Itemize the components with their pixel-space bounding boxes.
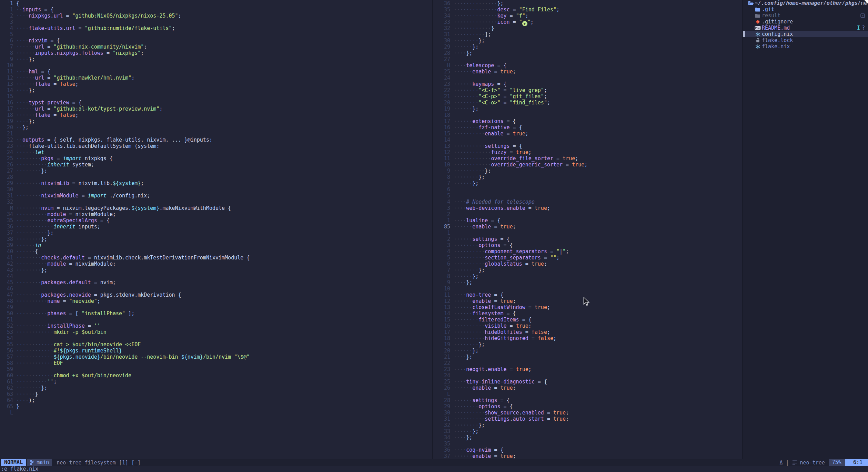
code-line[interactable]: 28····}; bbox=[433, 50, 742, 56]
code-line[interactable]: 50··········phases = [ "installPhase" ]; bbox=[0, 310, 432, 317]
code-line[interactable]: 1····lualine = { bbox=[433, 217, 742, 224]
code-line[interactable]: 37··········}; bbox=[0, 230, 432, 236]
code-line[interactable]: 49 bbox=[0, 304, 432, 310]
code-line[interactable]: 30··········show_source.enabled = true; bbox=[433, 410, 742, 416]
code-line[interactable]: 35··············desc = "Find Files"; bbox=[433, 7, 742, 13]
code-line[interactable]: 42··········module = nixvimModule; bbox=[0, 261, 432, 267]
code-line[interactable]: 30········}; bbox=[433, 38, 742, 44]
code-line[interactable]: 18······flake = false; bbox=[0, 112, 432, 118]
code-line[interactable]: 29······}; bbox=[433, 44, 742, 50]
code-line[interactable]: 22 bbox=[433, 360, 742, 366]
code-line[interactable]: 4····flake-utils.url = "github:numtide/f… bbox=[0, 25, 432, 31]
code-line[interactable]: 8········}; bbox=[433, 174, 742, 180]
code-line[interactable]: 44 bbox=[0, 273, 432, 279]
code-line[interactable]: 10 bbox=[433, 286, 742, 292]
code-line[interactable]: 40······{ bbox=[0, 248, 432, 255]
editor-pane-left[interactable]: 1{1··inputs = {2····nixpkgs.url = "githu… bbox=[0, 0, 432, 416]
code-line[interactable]: 11····hml = { bbox=[0, 69, 432, 75]
code-line[interactable]: 38········}; bbox=[0, 236, 432, 242]
code-line[interactable]: 34··············key = "f"; bbox=[433, 13, 742, 19]
code-line[interactable]: 32············} bbox=[433, 25, 742, 31]
code-line[interactable]: M········nvim = nixvim.legacyPackages.${… bbox=[0, 205, 432, 211]
code-line[interactable]: 10············override_generic_sorter = … bbox=[433, 162, 742, 168]
code-line[interactable]: 39······in bbox=[0, 242, 432, 248]
code-line[interactable]: 1··inputs = { bbox=[0, 7, 432, 13]
code-line[interactable]: 10 bbox=[0, 62, 432, 69]
code-line[interactable]: 2 bbox=[433, 211, 742, 217]
code-line[interactable]: 14 bbox=[433, 137, 742, 143]
code-line[interactable]: 5··········section_separators = ""; bbox=[433, 255, 742, 261]
tree-item-git[interactable]: .git bbox=[743, 6, 868, 12]
code-line[interactable]: 20········"<C-o>" = "find_files"; bbox=[433, 100, 742, 106]
code-line[interactable]: 25······enable = true; bbox=[433, 69, 742, 75]
code-line[interactable]: 25········pkgs = import nixpkgs { bbox=[0, 155, 432, 162]
code-line[interactable]: 15········filteredItems = { bbox=[433, 317, 742, 323]
git-branch-segment[interactable]: main bbox=[27, 459, 52, 466]
code-line[interactable]: 29········nixvimLib = nixvim.lib.${syste… bbox=[0, 180, 432, 186]
tree-item-readme-md[interactable]: README.mdI? bbox=[743, 25, 868, 31]
code-line[interactable]: 12······url = "github:mawkler/hml.nvim"; bbox=[0, 75, 432, 81]
code-line[interactable]: 51 bbox=[0, 317, 432, 323]
tree-item-result[interactable]: result bbox=[743, 12, 868, 19]
code-line[interactable]: 29········options = { bbox=[433, 403, 742, 410]
code-line[interactable]: 24 bbox=[433, 372, 742, 379]
code-line[interactable]: 62········}; bbox=[0, 385, 432, 391]
code-line[interactable]: 3 bbox=[0, 19, 432, 25]
code-line[interactable]: 21········"<C-p>" = "git_files"; bbox=[433, 93, 742, 100]
code-line[interactable]: 21····}; bbox=[433, 354, 742, 360]
code-line[interactable]: 20··}; bbox=[0, 124, 432, 131]
code-line[interactable]: 19····}; bbox=[0, 118, 432, 124]
code-line[interactable]: 17······extensions = { bbox=[433, 118, 742, 124]
code-line[interactable]: 57············${pkgs.neovide}/bin/neovid… bbox=[0, 354, 432, 360]
code-line[interactable]: 17··········hideDotfiles = false; bbox=[433, 329, 742, 335]
code-line[interactable]: 56············#!${pkgs.runtimeShell} bbox=[0, 348, 432, 354]
code-line[interactable]: 2····nixpkgs.url = "github:NixOS/nixpkgs… bbox=[0, 13, 432, 19]
code-line[interactable]: 64····); bbox=[0, 397, 432, 403]
code-line[interactable]: 31········nixvimModule = import ./config… bbox=[0, 193, 432, 199]
code-line[interactable]: 6 bbox=[433, 186, 742, 193]
code-line[interactable]: 16··········visible = true; bbox=[433, 323, 742, 329]
tree-item-flake-lock[interactable]: flake.lock bbox=[743, 37, 868, 43]
code-line[interactable]: 2······settings = { bbox=[433, 236, 742, 242]
code-line[interactable]: H····telescope = { bbox=[433, 62, 742, 69]
code-line[interactable]: 1{ bbox=[0, 0, 432, 7]
code-line[interactable]: 6····nixvim = { bbox=[0, 38, 432, 44]
editor-pane-right[interactable]: 36··············};35··············desc =… bbox=[433, 0, 742, 459]
code-line[interactable]: 13······flake = false; bbox=[0, 81, 432, 87]
code-line[interactable]: 46 bbox=[0, 286, 432, 292]
code-line[interactable]: 55············cat > $out/bin/neovide <<E… bbox=[0, 341, 432, 348]
code-line[interactable]: 17······url = "github:al-kot/typst-previ… bbox=[0, 106, 432, 112]
code-line[interactable]: 7······}; bbox=[433, 180, 742, 186]
code-line[interactable]: 36············inherit inputs; bbox=[0, 224, 432, 230]
code-line[interactable]: 19······}; bbox=[433, 106, 742, 112]
code-line[interactable]: 35 bbox=[433, 441, 742, 447]
code-line[interactable]: 11············override_file_sorter = tru… bbox=[433, 155, 742, 162]
code-line[interactable]: 16····typst-preview = { bbox=[0, 100, 432, 106]
code-line[interactable]: 45········packages.default = nvim; bbox=[0, 279, 432, 286]
tree-root[interactable]: ~/.config/home-manager/other/pkgs/ne bbox=[743, 0, 868, 6]
code-line[interactable]: 53············mkdir -p $out/bin bbox=[0, 329, 432, 335]
code-line[interactable]: 7········}; bbox=[433, 267, 742, 273]
code-line[interactable]: 43········}; bbox=[0, 267, 432, 273]
code-line[interactable]: 6··········globalstatus = true; bbox=[433, 261, 742, 267]
code-line[interactable]: 14····}; bbox=[0, 87, 432, 93]
code-line[interactable]: 4····# Needed for telescope bbox=[433, 199, 742, 205]
tree-item-gitignore[interactable]: .gitignore bbox=[743, 19, 868, 25]
code-line[interactable]: 18··········hideGitignored = false; bbox=[433, 335, 742, 341]
code-line[interactable]: 3········options = { bbox=[433, 242, 742, 248]
neo-tree-panel[interactable]: ~/.config/home-manager/other/pkgs/ne.git… bbox=[743, 0, 868, 459]
code-line[interactable]: 22··outputs = { self, nixpkgs, flake-uti… bbox=[0, 137, 432, 143]
code-line[interactable]: 30 bbox=[0, 186, 432, 193]
code-line[interactable]: 41········checks.default = nixvimLib.che… bbox=[0, 255, 432, 261]
code-line[interactable]: 9····}; bbox=[433, 279, 742, 286]
code-line[interactable]: 58············EOF bbox=[0, 360, 432, 366]
code-line[interactable]: 32 bbox=[0, 199, 432, 205]
code-line[interactable]: 13··········settings = { bbox=[433, 143, 742, 149]
code-line[interactable]: 32········}; bbox=[433, 422, 742, 428]
code-line[interactable]: 37······enable = true; bbox=[433, 453, 742, 459]
code-line[interactable]: 7······url = "github:nix-community/nixvi… bbox=[0, 44, 432, 50]
code-line[interactable]: 21 bbox=[0, 131, 432, 137]
code-line[interactable]: 5 bbox=[433, 193, 742, 199]
code-line[interactable]: 22········"<C-f>" = "live_grep"; bbox=[433, 87, 742, 93]
code-line[interactable]: 9····}; bbox=[0, 56, 432, 62]
